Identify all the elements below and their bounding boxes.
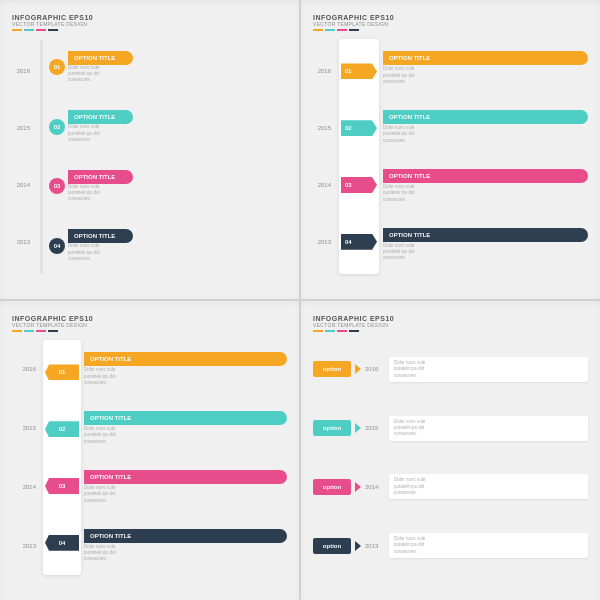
- option-pill-4: OPTION TITLE: [68, 229, 133, 243]
- panel-2-title: INFOGRAPHIC EPS10: [313, 14, 588, 21]
- option-pill-1: OPTION TITLE: [68, 51, 133, 65]
- num-badge-4: 04: [49, 238, 65, 254]
- list-item: OPTION TITLE Dolor nunc vulepuntetek ips…: [383, 169, 588, 203]
- panel-1-title: INFOGRAPHIC EPS10: [12, 14, 287, 21]
- option-box-2: option: [313, 420, 351, 436]
- option-box-3: option: [313, 479, 351, 495]
- list-item: option 2013 Dolor nunc vuleputatelh ips …: [313, 533, 588, 558]
- desc-p3-2: Dolor nunc vulepuntetek ips dolconsecone…: [84, 426, 144, 445]
- desc-p3-1: Dolor nunc vulepuntetek ips dolconsecone…: [84, 367, 144, 386]
- panel-4-colorbar: [313, 330, 588, 332]
- panel-1-header: INFOGRAPHIC EPS10 VECTOR TEMPLATE DESIGN: [12, 14, 287, 31]
- option-title-4: OPTION TITLE: [383, 228, 588, 242]
- arrow-icon-2: [355, 423, 361, 433]
- opt-1-p3: OPTION TITLE: [84, 352, 287, 366]
- year-2014-p1: 2014: [12, 182, 34, 188]
- option-box-4: option: [313, 538, 351, 554]
- desc-p2-3: Dolor nunc vulepuntetek ips dolconsecone…: [383, 184, 443, 203]
- option-title-1: OPTION TITLE: [383, 51, 588, 65]
- chevron-3: 03: [45, 478, 79, 494]
- year-2015-p3: 2015: [12, 425, 40, 431]
- desc-p3-4: Dolor nunc vulepuntetek ips dolconsecone…: [84, 544, 144, 563]
- option-box-1: option: [313, 361, 351, 377]
- panel-4: INFOGRAPHIC EPS10 VECTOR TEMPLATE DESIGN…: [301, 301, 600, 600]
- year-p4-1: 2016: [365, 366, 385, 372]
- list-item: OPTION TITLE Dolor nunc vulepuntetek ips…: [84, 529, 287, 563]
- panel-3-colorbar: [12, 330, 287, 332]
- desc-3: Dolor nunc vulepuntetek ips dolconsecone…: [68, 184, 128, 203]
- num-3: 03: [54, 183, 61, 189]
- year-2016-p2: 2016: [313, 68, 335, 74]
- arrow-2: 02: [341, 120, 377, 136]
- chevron-1: 01: [45, 364, 79, 380]
- panel-3-header: INFOGRAPHIC EPS10 VECTOR TEMPLATE DESIGN: [12, 315, 287, 332]
- year-2014-p3: 2014: [12, 484, 40, 490]
- year-2013-p1: 2013: [12, 239, 34, 245]
- arrow-icon-1: [355, 364, 361, 374]
- num-4: 04: [54, 243, 61, 249]
- panel-3-center: 01 02 03 04: [43, 340, 81, 575]
- main-grid: INFOGRAPHIC EPS10 VECTOR TEMPLATE DESIGN…: [0, 0, 600, 600]
- desc-2: Dolor nunc vulepuntetek ips dolconsecone…: [68, 124, 128, 143]
- desc-p3-3: Dolor nunc vulepuntetek ips dolconsecone…: [84, 485, 144, 504]
- opt-4-p3: OPTION TITLE: [84, 529, 287, 543]
- chevron-4: 04: [45, 535, 79, 551]
- year-p4-3: 2014: [365, 484, 385, 490]
- year-2014-p2: 2014: [313, 182, 335, 188]
- list-item: 04 OPTION TITLE Dolor nunc vulepuntetek …: [49, 229, 287, 262]
- panel-2-subtitle: VECTOR TEMPLATE DESIGN: [313, 21, 588, 27]
- desc-1: Dolor nunc vulepuntetek ips dolconsecone…: [68, 65, 128, 84]
- year-2016-p1: 2016: [12, 68, 34, 74]
- panel-3-layout: 2016 2015 2014 2013 01 02 03 04 OPTION T…: [12, 340, 287, 575]
- panel-3-title: INFOGRAPHIC EPS10: [12, 315, 287, 322]
- num-badge-1: 01: [49, 59, 65, 75]
- year-2013-p3: 2013: [12, 543, 40, 549]
- panel-4-title: INFOGRAPHIC EPS10: [313, 315, 588, 322]
- opt-2-p3: OPTION TITLE: [84, 411, 287, 425]
- num-2: 02: [54, 124, 61, 130]
- list-item: OPTION TITLE Dolor nunc vulepuntetek ips…: [383, 228, 588, 262]
- list-item: 03 OPTION TITLE Dolor nunc vulepuntetek …: [49, 170, 287, 203]
- panel-1-vline: [40, 39, 43, 274]
- year-2015-p1: 2015: [12, 125, 34, 131]
- desc-4: Dolor nunc vulepuntetek ips dolconsecone…: [68, 243, 128, 262]
- list-item: option 2016 Dolor nunc vuleputatelh ips …: [313, 357, 588, 382]
- arrow-1: 01: [341, 63, 377, 79]
- year-p4-4: 2013: [365, 543, 385, 549]
- list-item: 02 OPTION TITLE Dolor nunc vulepuntetek …: [49, 110, 287, 143]
- option-title-3: OPTION TITLE: [383, 169, 588, 183]
- panel-2-layout: 2016 2015 2014 2013 01 02 03 04 OPTION T…: [313, 39, 588, 274]
- list-item: option 2015 Dolor nunc vuleputatelh ips …: [313, 416, 588, 441]
- panel-2-years: 2016 2015 2014 2013: [313, 39, 335, 274]
- list-item: 01 OPTION TITLE Dolor nunc vulepuntetek …: [49, 51, 287, 84]
- desc-p4-1: Dolor nunc vuleputatelh ips dolconsecone…: [389, 357, 588, 382]
- desc-p2-2: Dolor nunc vulepuntetek ips dolconsecone…: [383, 125, 443, 144]
- arrow-3: 03: [341, 177, 377, 193]
- list-item: OPTION TITLE Dolor nunc vulepuntetek ips…: [84, 352, 287, 386]
- year-2015-p2: 2015: [313, 125, 335, 131]
- num-badge-2: 02: [49, 119, 65, 135]
- panel-1: INFOGRAPHIC EPS10 VECTOR TEMPLATE DESIGN…: [0, 0, 299, 299]
- panel-4-rows: option 2016 Dolor nunc vuleputatelh ips …: [313, 340, 588, 575]
- list-item: OPTION TITLE Dolor nunc vulepuntetek ips…: [383, 110, 588, 144]
- year-p4-2: 2015: [365, 425, 385, 431]
- panel-1-colorbar: [12, 29, 287, 31]
- arrow-icon-4: [355, 541, 361, 551]
- opt-3-p3: OPTION TITLE: [84, 470, 287, 484]
- option-title-2: OPTION TITLE: [383, 110, 588, 124]
- panel-1-subtitle: VECTOR TEMPLATE DESIGN: [12, 21, 287, 27]
- num-badge-3: 03: [49, 178, 65, 194]
- panel-1-items: 01 OPTION TITLE Dolor nunc vulepuntetek …: [49, 39, 287, 274]
- panel-2-center-strip: 01 02 03 04: [339, 39, 379, 274]
- option-pill-2: OPTION TITLE: [68, 110, 133, 124]
- panel-3: INFOGRAPHIC EPS10 VECTOR TEMPLATE DESIGN…: [0, 301, 299, 600]
- list-item: OPTION TITLE Dolor nunc vulepuntetek ips…: [383, 51, 588, 85]
- panel-2-items: OPTION TITLE Dolor nunc vulepuntetek ips…: [383, 39, 588, 274]
- panel-3-subtitle: VECTOR TEMPLATE DESIGN: [12, 322, 287, 328]
- arrow-4: 04: [341, 234, 377, 250]
- panel-4-header: INFOGRAPHIC EPS10 VECTOR TEMPLATE DESIGN: [313, 315, 588, 332]
- year-2013-p2: 2013: [313, 239, 335, 245]
- chevron-2: 02: [45, 421, 79, 437]
- desc-p4-4: Dolor nunc vuleputatelh ips dolconsecone…: [389, 533, 588, 558]
- arrow-icon-3: [355, 482, 361, 492]
